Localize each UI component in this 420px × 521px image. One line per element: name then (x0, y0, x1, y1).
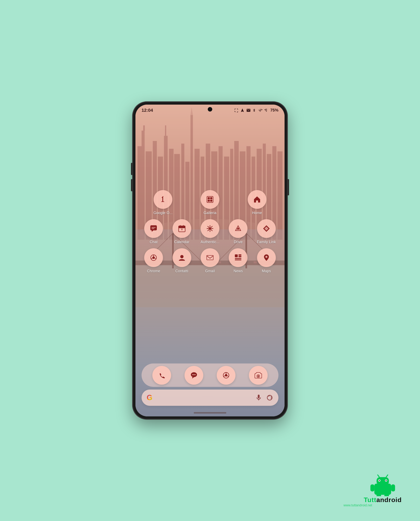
app-icon-circle-news (229, 248, 248, 267)
power-button[interactable] (287, 179, 289, 195)
app-chat[interactable]: Chat (142, 219, 165, 244)
app-family-link[interactable]: Family Link (255, 219, 278, 244)
app-icon-circle-google-one (154, 190, 172, 209)
phone-screen: 12:04 (135, 105, 285, 416)
app-calendar[interactable]: 8 Calendar (171, 219, 193, 244)
svg-rect-56 (179, 226, 185, 228)
battery-indicator: 75% (270, 108, 278, 113)
app-news[interactable]: News (227, 248, 249, 273)
svg-rect-50 (210, 200, 212, 202)
status-time: 12:04 (142, 108, 153, 113)
svg-line-87 (224, 376, 225, 376)
watermark: www.tuttandroid.net (343, 504, 372, 507)
app-icon-circle-chat (144, 219, 163, 238)
svg-line-69 (151, 258, 153, 259)
app-row-0: Google O... Galleria (140, 190, 280, 215)
home-indicator[interactable] (194, 412, 226, 414)
app-icon-circle-home (248, 190, 266, 209)
svg-point-64 (209, 228, 211, 229)
svg-rect-53 (151, 227, 156, 228)
app-row-2: Chrome Contatti (140, 248, 280, 273)
svg-point-89 (258, 375, 259, 377)
dock-messages[interactable] (185, 366, 203, 385)
svg-point-80 (192, 374, 193, 375)
app-icon-circle-chrome (144, 248, 163, 267)
svg-rect-49 (208, 200, 210, 202)
navigation-icon (240, 108, 245, 113)
svg-line-95 (378, 475, 379, 477)
search-bar[interactable]: G (142, 389, 278, 406)
svg-rect-91 (374, 484, 391, 495)
svg-rect-51 (256, 197, 257, 198)
svg-rect-98 (391, 484, 395, 491)
svg-rect-100 (384, 493, 389, 496)
app-label-calendar: Calendar (174, 240, 189, 244)
dock-phone[interactable] (152, 366, 171, 385)
svg-point-82 (195, 374, 196, 375)
app-drive[interactable]: Drive (227, 219, 249, 244)
app-icon-circle-gmail (201, 248, 219, 267)
dock-chrome[interactable] (217, 366, 235, 385)
app-icon-circle-contacts (172, 248, 191, 267)
volume-up-button[interactable] (131, 163, 133, 175)
app-label-gmail: Gmail (205, 269, 215, 273)
svg-rect-46 (207, 196, 213, 203)
app-icon-circle-maps (257, 248, 276, 267)
app-label-drive: Drive (234, 240, 243, 244)
app-grid: Google O... Galleria (135, 190, 285, 277)
app-icon-circle-family-link (257, 219, 276, 238)
svg-point-66 (152, 257, 155, 259)
app-maps[interactable]: Maps (255, 248, 278, 273)
phone-frame: 12:04 (133, 102, 287, 419)
screenshot-icon (234, 108, 239, 113)
app-label-galleria: Galleria (203, 211, 217, 215)
tuttandroid-icon (368, 474, 397, 496)
svg-rect-97 (370, 484, 374, 491)
svg-rect-8 (165, 125, 166, 136)
svg-point-84 (225, 374, 227, 376)
app-contacts[interactable]: Contatti (171, 248, 193, 273)
app-label-authenticator: Authentic... (201, 240, 219, 244)
search-icons (255, 394, 273, 401)
app-label-home: Home (252, 211, 262, 215)
svg-point-101 (379, 480, 380, 481)
svg-rect-76 (235, 258, 241, 259)
app-gmail[interactable]: Gmail (199, 248, 221, 273)
svg-line-96 (386, 475, 388, 477)
svg-rect-54 (151, 228, 154, 229)
volume-down-button[interactable] (131, 179, 133, 191)
app-label-chrome: Chrome (147, 269, 160, 273)
app-galleria[interactable]: Galleria (199, 190, 221, 215)
svg-line-68 (155, 258, 156, 259)
svg-rect-47 (208, 197, 210, 199)
svg-point-102 (386, 480, 387, 481)
svg-rect-3 (143, 125, 145, 131)
svg-text:8: 8 (181, 228, 182, 231)
app-icon-circle-calendar: 8 (172, 219, 191, 238)
app-label-news: News (233, 269, 243, 273)
svg-rect-74 (239, 254, 241, 256)
mic-icon[interactable] (255, 394, 262, 401)
app-google-one[interactable]: Google O... (152, 190, 174, 215)
dock (142, 363, 278, 387)
app-label-contacts: Contatti (175, 269, 188, 273)
app-row-1: Chat 8 Calendar (140, 219, 280, 244)
dock-camera[interactable] (249, 366, 268, 385)
lens-icon[interactable] (266, 394, 273, 401)
brand-name: Tuttandroid (364, 496, 402, 504)
app-chrome[interactable]: Chrome (142, 248, 165, 273)
app-icon-circle-drive (229, 219, 248, 238)
status-icons: 75% (234, 108, 278, 113)
signal-icon (264, 108, 269, 113)
wifi-icon (258, 108, 262, 113)
app-label-google-one: Google O... (153, 211, 172, 215)
svg-rect-71 (207, 255, 213, 260)
svg-rect-52 (150, 225, 157, 230)
gmail-status-icon (246, 108, 251, 113)
bluetooth-icon (252, 108, 256, 113)
google-logo: G (147, 393, 152, 402)
phone-container: 12:04 (133, 102, 287, 419)
app-home[interactable]: Home (246, 190, 268, 215)
app-label-maps: Maps (262, 269, 271, 273)
app-authenticator[interactable]: Authentic... (199, 219, 221, 244)
